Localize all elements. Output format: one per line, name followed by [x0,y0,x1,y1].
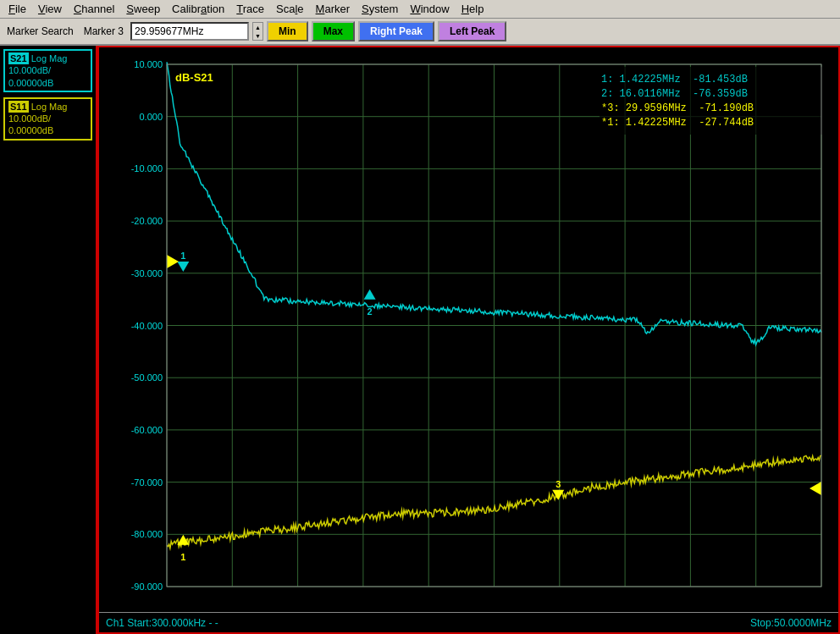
spinner-down[interactable]: ▼ [253,31,262,40]
menu-system[interactable]: System [356,2,403,16]
menu-file[interactable]: File [3,2,31,16]
menu-trace[interactable]: Trace [231,2,269,16]
chart-canvas [99,47,838,612]
marker-number-label: Marker 3 [80,25,127,37]
main-area: S21 Log Mag 10.000dB/ 0.00000dB S11 Log … [0,46,840,634]
status-bar: Ch1 Start:300.000kHz - - Stop:50.0000MHz [99,612,838,632]
trace-s21-scale: 10.000dB/ [8,65,51,75]
menu-view[interactable]: View [33,2,67,16]
status-right: Stop:50.0000MHz [750,617,832,629]
trace-s11-offset: 0.00000dB [8,125,53,135]
trace-s11-scale: 10.000dB/ [8,113,51,124]
marker-search-label: Marker Search [3,25,77,37]
chart-container: Ch1 Start:300.000kHz - - Stop:50.0000MHz [97,46,840,634]
trace-s21-box: S21 Log Mag 10.000dB/ 0.00000dB [3,49,92,92]
spinner-up[interactable]: ▲ [253,23,262,31]
max-button[interactable]: Max [312,21,355,41]
toolbar: Marker Search Marker 3 ▲ ▼ Min Max Right… [0,19,840,46]
min-button[interactable]: Min [267,21,308,41]
menu-bar: File View Channel Sweep Calibration Trac… [0,0,840,19]
menu-channel[interactable]: Channel [69,2,119,16]
marker-value-spinner[interactable]: ▲ ▼ [252,22,263,41]
right-peak-button[interactable]: Right Peak [358,21,434,41]
menu-scale[interactable]: Scale [271,2,309,16]
trace-s21-type: Log Mag [31,53,68,63]
menu-window[interactable]: Window [405,2,454,16]
menu-marker[interactable]: Marker [311,2,355,16]
menu-help[interactable]: Help [456,2,489,16]
menu-sweep[interactable]: Sweep [121,2,165,16]
trace-s11-type: Log Mag [31,102,68,112]
menu-calibration[interactable]: Calibration [167,2,229,16]
trace-s21-offset: 0.00000dB [8,78,53,88]
sidebar: S21 Log Mag 10.000dB/ 0.00000dB S11 Log … [0,46,97,634]
status-left: Ch1 Start:300.000kHz - - [106,617,218,629]
trace-s11-box: S11 Log Mag 10.000dB/ 0.00000dB [3,97,92,141]
trace-s11-title: S11 [8,101,29,113]
graph-canvas [99,47,838,612]
trace-s21-title: S21 [8,52,29,64]
left-peak-button[interactable]: Left Peak [438,21,506,41]
marker-value-input[interactable] [130,22,249,41]
